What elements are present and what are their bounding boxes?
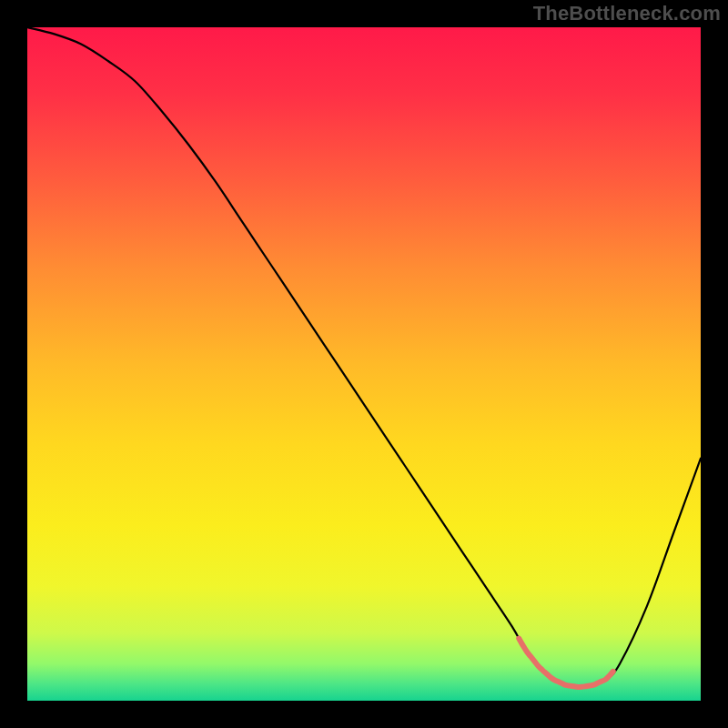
- chart-frame: TheBottleneck.com: [0, 0, 728, 728]
- plot-area: [27, 27, 701, 701]
- gradient-background: [27, 27, 701, 701]
- watermark-text: TheBottleneck.com: [533, 2, 721, 25]
- chart-svg: [27, 27, 701, 701]
